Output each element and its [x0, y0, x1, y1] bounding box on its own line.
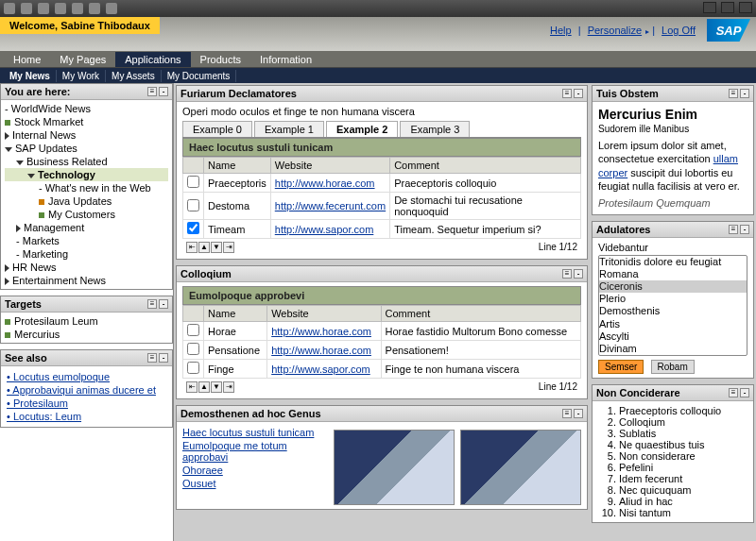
titlebar-app-icons: [4, 3, 117, 14]
maximize-icon[interactable]: [721, 2, 734, 13]
website-link[interactable]: http://www.fecerunt.com: [275, 200, 386, 211]
row-checkbox[interactable]: [187, 343, 199, 355]
non-conciderare-panel: Non Conciderare ≡- Praeceptoris colloqui…: [592, 384, 754, 523]
list-item: Colloqium: [619, 416, 747, 428]
list-item: Praeceptoris colloquio: [619, 405, 747, 416]
table-row: Horaehttp://www.horae.comHorae fastidio …: [183, 322, 581, 341]
decl-pager[interactable]: ⇤▲▼⇥: [186, 241, 235, 253]
demosthenen-panel: Demosthenen ad hoc Genus ≡- Haec locutus…: [176, 405, 588, 510]
website-link[interactable]: http://www.horae.com: [275, 178, 375, 189]
row-checkbox[interactable]: [187, 176, 199, 188]
seealso-link[interactable]: • Locutus: Leum: [7, 410, 166, 423]
seealso-link[interactable]: • Protesilaum: [7, 397, 166, 410]
decl-tab[interactable]: Example 3: [400, 121, 470, 137]
website-link[interactable]: http://www.sapor.com: [271, 363, 370, 375]
teaser-image-2: [460, 430, 581, 505]
nav-item-worldwide-news[interactable]: - WorldWide News: [5, 102, 168, 115]
nav-item-java-updates[interactable]: Java Updates: [5, 194, 168, 208]
demo-link[interactable]: Ousuet: [182, 477, 324, 490]
panel-collapse-icon[interactable]: -: [159, 87, 168, 96]
minimize-icon[interactable]: [703, 2, 716, 13]
nav-item-entertainment-news[interactable]: Entertainment News: [5, 274, 168, 287]
coll-line-indicator: Line 1/12: [539, 381, 577, 392]
adul-listbox[interactable]: Tritonidis dolore eu feugiatRomanaCicero…: [598, 255, 747, 357]
declamatores-panel: Furiarum Declamatores ≡- Operi modo ocul…: [176, 85, 588, 260]
nav-item-what-s-new-in-the-web[interactable]: - What's new in the Web: [5, 181, 168, 194]
semser-button[interactable]: Semser: [598, 360, 644, 374]
col-header[interactable]: Comment: [381, 306, 580, 322]
panel-menu-icon[interactable]: ≡: [147, 87, 157, 96]
list-item: Non considerare: [619, 450, 747, 462]
subtab-my-assets[interactable]: My Assets: [106, 70, 162, 82]
nav-item-hr-news[interactable]: HR News: [5, 261, 168, 274]
target-item[interactable]: Protesilaum Leum: [5, 314, 168, 328]
col-header[interactable]: Name: [204, 306, 267, 322]
os-titlebar: [0, 0, 756, 17]
nav-item-marketing[interactable]: - Marketing: [5, 247, 168, 261]
website-link[interactable]: http://www.horae.com: [271, 326, 371, 337]
row-checkbox[interactable]: [187, 199, 199, 211]
nav-item-management[interactable]: Management: [5, 221, 168, 234]
table-row: Destomahttp://www.fecerunt.comDe stomach…: [183, 193, 581, 220]
seealso-panel: See also ≡- • Locutus eumolpoque• Approb…: [0, 349, 173, 428]
decl-tabs: Example 0Example 1Example 2Example 3: [182, 121, 581, 138]
demo-link[interactable]: Haec locutus sustuli tunicam: [182, 426, 324, 439]
decl-table: NameWebsiteCommentPraeceptorishttp://www…: [182, 157, 581, 239]
col-header[interactable]: Website: [270, 158, 389, 174]
seealso-link[interactable]: • Approbaviqui animas ducere et: [7, 383, 166, 397]
nav-item-stock-mmarket[interactable]: Stock Mmarket: [5, 115, 168, 128]
decl-tab[interactable]: Example 2: [326, 121, 398, 137]
table-row: Timeamhttp://www.sapor.comTimeam. Sequet…: [183, 220, 581, 239]
list-item: Idem fecerunt: [619, 473, 747, 484]
demo-link[interactable]: Ohoraee: [182, 464, 324, 477]
website-link[interactable]: http://www.horae.com: [271, 345, 371, 356]
decl-tab[interactable]: Example 1: [254, 121, 324, 137]
tab-applications[interactable]: Applications: [115, 52, 190, 67]
row-checkbox[interactable]: [187, 222, 199, 234]
tab-products[interactable]: Products: [191, 52, 250, 67]
targets-panel: Targets ≡- Protesilaum LeumMercurius: [0, 296, 173, 344]
row-checkbox[interactable]: [187, 362, 199, 374]
row-checkbox[interactable]: [187, 324, 199, 336]
subtab-my-documents[interactable]: My Documents: [162, 70, 237, 82]
nav-item-markets[interactable]: - Markets: [5, 234, 168, 247]
personalize-link[interactable]: Personalize: [588, 25, 642, 36]
logoff-link[interactable]: Log Off: [662, 25, 696, 36]
close-icon[interactable]: [739, 2, 752, 13]
nav-item-sap-updates[interactable]: SAP Updates: [5, 142, 168, 155]
tab-home[interactable]: Home: [4, 52, 50, 67]
decl-line-indicator: Line 1/12: [539, 242, 577, 252]
nav-title: You are here:: [5, 86, 71, 97]
list-item: Pefelini: [619, 462, 747, 473]
top-links: Help | Personalize▸ | Log Off: [546, 25, 699, 36]
subtab-my-work[interactable]: My Work: [57, 70, 106, 82]
tab-my-pages[interactable]: My Pages: [50, 52, 115, 67]
teaser-image-1: [334, 430, 455, 505]
banner: Welcome, Sabine Thibodaux Help | Persona…: [0, 17, 756, 51]
nav-item-internal-news[interactable]: Internal News: [5, 128, 168, 142]
col-header[interactable]: Website: [267, 306, 381, 322]
window-controls[interactable]: [701, 2, 752, 15]
col-header[interactable]: Name: [204, 158, 271, 174]
list-item: Aliud in hac: [619, 496, 747, 507]
demo-link[interactable]: Eumolpoque me totum approbavi: [182, 439, 324, 464]
sub-tab-bar: My NewsMy WorkMy AssetsMy Documents: [0, 68, 756, 83]
coll-pager[interactable]: ⇤▲▼⇥: [186, 380, 235, 393]
list-item: Nisi tantum: [619, 507, 747, 518]
tab-information[interactable]: Information: [250, 52, 321, 67]
subtab-my-news[interactable]: My News: [4, 70, 57, 82]
decl-tab[interactable]: Example 0: [182, 121, 252, 137]
table-row: Fingehttp://www.sapor.comFinge te non hu…: [183, 360, 581, 379]
seealso-link[interactable]: • Locutus eumolpoque: [7, 370, 166, 383]
robam-button[interactable]: Robam: [651, 360, 695, 374]
col-header[interactable]: Comment: [390, 158, 581, 174]
website-link[interactable]: http://www.sapor.com: [275, 224, 374, 235]
nav-item-my-customers[interactable]: My Customers: [5, 208, 168, 221]
help-link[interactable]: Help: [550, 25, 572, 36]
nav-item-business-related[interactable]: Business Related: [5, 155, 168, 168]
nav-item-technology[interactable]: Technology: [5, 168, 168, 181]
target-item[interactable]: Mercurius: [5, 328, 168, 341]
nav-panel: You are here: ≡- - WorldWide NewsStock M…: [0, 83, 173, 290]
decl-subtitle: Operi modo oculos et finge te non humana…: [182, 106, 581, 117]
adulatores-panel: Adulatores ≡- Videbantur Tritonidis dolo…: [592, 221, 754, 380]
